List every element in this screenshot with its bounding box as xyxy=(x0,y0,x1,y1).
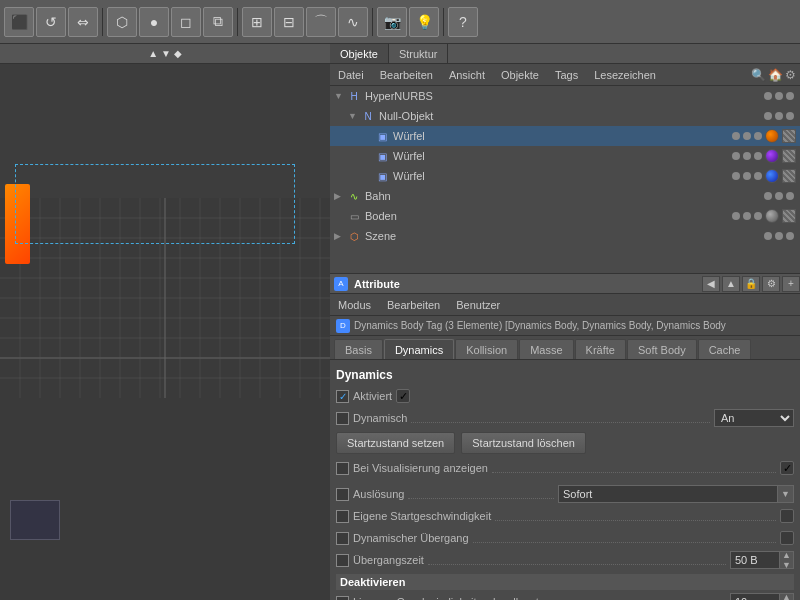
mat-grid-boden xyxy=(782,209,796,223)
attr-menu-benutzer[interactable]: Benutzer xyxy=(452,299,504,311)
help-icon[interactable]: ? xyxy=(448,7,478,37)
label-dynamischer: Dynamischer Übergang xyxy=(353,532,469,544)
scale-icon[interactable]: ⇔ xyxy=(68,7,98,37)
checkbox-eigene[interactable] xyxy=(336,510,349,523)
toolbar-sep-1 xyxy=(102,8,103,36)
search-area: 🔍 🏠 ⚙ xyxy=(751,68,796,82)
spinbox-linear-arrows[interactable]: ▲▼ xyxy=(780,593,794,600)
checkbox-vis[interactable] xyxy=(336,462,349,475)
expand-null[interactable]: ▼ xyxy=(348,111,360,121)
attr-info-icon: D xyxy=(336,319,350,333)
array-icon[interactable]: ⊞ xyxy=(242,7,272,37)
menu-datei[interactable]: Datei xyxy=(334,69,368,81)
sofort-arrow[interactable]: ▼ xyxy=(778,485,794,503)
tree-item-null[interactable]: ▼ N Null-Objekt xyxy=(330,106,800,126)
viewport-3d[interactable]: ▲ ▼ ◆ xyxy=(0,44,330,600)
nurbs-icon[interactable]: ⬡ xyxy=(107,7,137,37)
dynamics-tabs: Basis Dynamics Kollision Masse Kräfte So… xyxy=(330,336,800,360)
nav-settings-btn[interactable]: ⚙ xyxy=(762,276,780,292)
tree-item-boden[interactable]: ▭ Boden xyxy=(330,206,800,226)
settings-icon[interactable]: ⚙ xyxy=(785,68,796,82)
tree-item-wurfel-2[interactable]: ▣ Würfel xyxy=(330,146,800,166)
icon-hypernurbs: H xyxy=(346,88,362,104)
symmetry-icon[interactable]: ⊟ xyxy=(274,7,304,37)
tab-kollision[interactable]: Kollision xyxy=(455,339,518,359)
attr-menu-modus[interactable]: Modus xyxy=(334,299,375,311)
select-ausloesung[interactable]: Sofort Bei Kollision Manuell xyxy=(558,485,778,503)
tree-item-wurfel-3[interactable]: ▣ Würfel xyxy=(330,166,800,186)
tree-item-szene[interactable]: ▶ ⬡ Szene xyxy=(330,226,800,246)
nav-back-btn[interactable]: ◀ xyxy=(702,276,720,292)
camera-icon[interactable]: 📷 xyxy=(377,7,407,37)
vis-szene xyxy=(764,232,772,240)
nav-up-btn[interactable]: ▲ xyxy=(722,276,740,292)
light-icon[interactable]: 💡 xyxy=(409,7,439,37)
input-uebergangszeit[interactable] xyxy=(730,551,780,569)
bookmark-icon[interactable]: 🏠 xyxy=(768,68,783,82)
rotate-icon[interactable]: ↺ xyxy=(36,7,66,37)
checkbox-ausloesung[interactable] xyxy=(336,488,349,501)
menu-tags[interactable]: Tags xyxy=(551,69,582,81)
checkbox-aktiviert[interactable] xyxy=(336,390,349,403)
tree-item-bahn[interactable]: ▶ ∿ Bahn xyxy=(330,186,800,206)
menu-bearbeiten[interactable]: Bearbeiten xyxy=(376,69,437,81)
input-linear[interactable] xyxy=(730,593,780,600)
label-vis: Bei Visualisierung anzeigen xyxy=(353,462,488,474)
label-uebergangszeit: Übergangszeit xyxy=(353,554,424,566)
menu-ansicht[interactable]: Ansicht xyxy=(445,69,489,81)
cube-icon[interactable]: ⬛ xyxy=(4,7,34,37)
select-dynamisch[interactable]: An Aus xyxy=(714,409,794,427)
search-icon[interactable]: 🔍 xyxy=(751,68,766,82)
dynamics-content: Dynamics Aktiviert ✓ Dynamisch An Aus xyxy=(330,360,800,600)
btn-clear-startzustand[interactable]: Startzustand löschen xyxy=(461,432,586,454)
aktiviert-check-icon: ✓ xyxy=(396,389,410,403)
vis-w2 xyxy=(732,152,740,160)
toolbar-sep-3 xyxy=(372,8,373,36)
tree-item-wurfel-1[interactable]: ▣ Würfel xyxy=(330,126,800,146)
mat-grid-1 xyxy=(782,129,796,143)
orange-object xyxy=(5,184,30,264)
expand-bahn[interactable]: ▶ xyxy=(334,191,346,201)
menu-objekte[interactable]: Objekte xyxy=(497,69,543,81)
attr-info-text: Dynamics Body Tag (3 Elemente) [Dynamics… xyxy=(354,320,726,331)
attribute-panel: A Attribute ◀ ▲ 🔒 ⚙ + Modus Bearbeiten B… xyxy=(330,274,800,600)
attr-menu-bearbeiten[interactable]: Bearbeiten xyxy=(383,299,444,311)
icon-wurfel-2: ▣ xyxy=(374,148,390,164)
tree-item-hypernurbs[interactable]: ▼ H HyperNURBS xyxy=(330,86,800,106)
checkbox-uebergangszeit[interactable] xyxy=(336,554,349,567)
plane-icon[interactable]: ◻ xyxy=(171,7,201,37)
icons-wurfel-2 xyxy=(732,149,796,163)
tab-masse[interactable]: Masse xyxy=(519,339,573,359)
objekte-tabs: Objekte Struktur xyxy=(330,44,800,64)
btn-set-startzustand[interactable]: Startzustand setzen xyxy=(336,432,455,454)
spinbox-uebergangszeit-arrows[interactable]: ▲▼ xyxy=(780,551,794,569)
tab-dynamics[interactable]: Dynamics xyxy=(384,339,454,359)
subdivide-icon[interactable]: ⧉ xyxy=(203,7,233,37)
bend-icon[interactable]: ⌒ xyxy=(306,7,336,37)
expand-hypernurbs[interactable]: ▼ xyxy=(334,91,346,101)
tab-cache[interactable]: Cache xyxy=(698,339,752,359)
tab-basis[interactable]: Basis xyxy=(334,339,383,359)
tab-struktur[interactable]: Struktur xyxy=(389,44,449,63)
tab-objekte[interactable]: Objekte xyxy=(330,44,389,63)
vis-null-2 xyxy=(775,112,783,120)
checkbox-linear[interactable] xyxy=(336,596,349,601)
expand-szene[interactable]: ▶ xyxy=(334,231,346,241)
spline-icon[interactable]: ∿ xyxy=(338,7,368,37)
nav-add-btn[interactable]: + xyxy=(782,276,800,292)
checkbox-dynamischer[interactable] xyxy=(336,532,349,545)
attribute-title: Attribute xyxy=(354,278,696,290)
row-dynamisch: Dynamisch An Aus xyxy=(336,408,794,428)
sphere-icon[interactable]: ● xyxy=(139,7,169,37)
checkbox-dynamisch[interactable] xyxy=(336,412,349,425)
menu-lesezeichen[interactable]: Lesezeichen xyxy=(590,69,660,81)
tab-soft-body[interactable]: Soft Body xyxy=(627,339,697,359)
mat-purple xyxy=(765,149,779,163)
right-panel: Objekte Struktur Datei Bearbeiten Ansich… xyxy=(330,44,800,600)
icon-bahn: ∿ xyxy=(346,188,362,204)
tab-kraefte[interactable]: Kräfte xyxy=(575,339,626,359)
row-uebergangszeit: Übergangszeit ▲▼ xyxy=(336,550,794,570)
nav-lock-btn[interactable]: 🔒 xyxy=(742,276,760,292)
dots-vis xyxy=(492,463,776,473)
icon-null: N xyxy=(360,108,376,124)
